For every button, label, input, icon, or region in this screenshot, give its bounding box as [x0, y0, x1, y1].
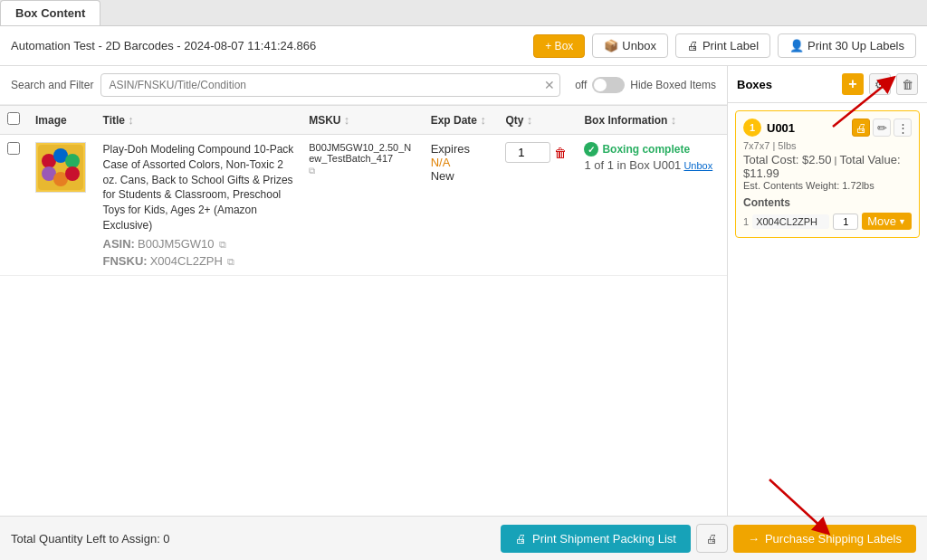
total-qty-label: Total Quantity Left to Assign: 0 — [11, 532, 501, 546]
svg-point-7 — [65, 166, 80, 181]
svg-point-4 — [65, 154, 80, 168]
search-input[interactable] — [100, 73, 560, 97]
box-number: 1 — [743, 119, 761, 137]
expdate-col-header: Exp Date ↕ — [424, 106, 499, 135]
msku-col-header: MSKU ↕ — [301, 106, 424, 135]
box-name: U001 — [767, 121, 846, 135]
asin-value: B00JM5GW10 — [138, 237, 215, 251]
qty-input[interactable] — [505, 142, 550, 163]
print-30up-button[interactable]: 👤 Print 30 Up Labels — [778, 33, 916, 58]
qty-delete-icon[interactable]: 🗑 — [554, 146, 567, 160]
select-all-checkbox[interactable] — [7, 112, 20, 125]
search-filter-label: Search and Filter — [11, 79, 93, 91]
print-packing-icon: 🖨 — [515, 532, 527, 546]
boxes-title: Boxes — [737, 78, 836, 91]
box-edit-button[interactable]: ✏ — [873, 119, 891, 137]
hide-boxed-label: Hide Boxed Items — [630, 79, 716, 91]
trash-icon: 🗑 — [902, 78, 913, 91]
content-index: 1 — [743, 216, 749, 227]
gear-icon: ⚙ — [874, 78, 885, 91]
box-weight: Est. Contents Weight: 1.72lbs — [743, 180, 912, 191]
asin-copy-icon[interactable]: ⧉ — [219, 239, 226, 250]
purchase-shipping-button[interactable]: → Purchase Shipping Labels — [733, 525, 916, 553]
print-packing-list-button[interactable]: 🖨 Print Shipment Packing List — [501, 525, 691, 553]
box-more-button[interactable]: ⋮ — [894, 119, 912, 137]
purchase-arrow-icon: → — [748, 532, 760, 546]
print-label-button[interactable]: 🖨 Print Label — [675, 33, 770, 58]
asin-label: ASIN: — [103, 237, 135, 251]
box-contents-title: Contents — [743, 196, 912, 209]
fnsku-copy-icon[interactable]: ⧉ — [227, 256, 234, 267]
box-cost: Total Cost: $2.50 | Total Value: $11.99 — [743, 153, 912, 180]
fnsku-label: FNSKU: — [103, 254, 148, 268]
unbox-link[interactable]: Unbox — [683, 160, 712, 171]
add-box-button[interactable]: + — [842, 73, 864, 95]
hide-boxed-toggle[interactable] — [592, 77, 625, 93]
printer-standalone-button[interactable]: 🖨 — [696, 524, 728, 553]
title-col-header: Title ↕ — [96, 106, 302, 135]
fnsku-value: X004CL2ZPH — [150, 254, 223, 268]
box-print-icon: 🖨 — [855, 121, 867, 135]
box-content-row: 1 X004CL2ZPH Move ▼ — [743, 213, 912, 230]
qty-col-header: Qty ↕ — [498, 106, 577, 135]
box-detail: 1 of 1 in Box U001 Unbox — [584, 158, 720, 172]
content-asin: X004CL2ZPH — [752, 214, 829, 229]
search-clear-icon[interactable]: ✕ — [544, 78, 555, 92]
boxes-trash-button[interactable]: 🗑 — [896, 73, 918, 95]
box-more-icon: ⋮ — [897, 121, 909, 135]
row-checkbox[interactable] — [7, 142, 20, 155]
content-qty-input[interactable] — [833, 214, 858, 230]
product-image — [35, 142, 86, 193]
box-dims: 7x7x7 | 5lbs — [743, 140, 912, 151]
box-print-button[interactable]: 🖨 — [852, 119, 870, 137]
condition-value: New — [431, 169, 492, 183]
page-title: Automation Test - 2D Barcodes - 2024-08-… — [11, 39, 526, 52]
printer-icon: 🖨 — [706, 532, 718, 546]
msku-value: B00JM5GW10_2.50_New_TestBatch_417 — [309, 142, 416, 164]
unbox-button[interactable]: 📦 Unbox — [592, 33, 668, 58]
unbox-icon: 📦 — [604, 39, 618, 52]
boxes-gear-button[interactable]: ⚙ — [869, 73, 891, 95]
msku-copy-icon[interactable]: ⧉ — [309, 166, 315, 176]
table-row: Play-Doh Modeling Compound 10-Pack Case … — [0, 135, 727, 276]
box-card: 1 U001 🖨 ✏ ⋮ 7x7x7 | 5lbs Total Cost: $2… — [735, 110, 920, 238]
box-edit-icon: ✏ — [877, 121, 887, 135]
move-button[interactable]: Move ▼ — [862, 213, 912, 230]
print-30up-icon: 👤 — [789, 39, 804, 52]
image-col-header: Image — [28, 106, 96, 135]
move-caret-icon: ▼ — [898, 217, 906, 226]
toggle-state-label: off — [575, 79, 587, 91]
box-content-tab[interactable]: Box Content — [0, 0, 100, 25]
exp-label: Expires — [431, 142, 492, 156]
boxinfo-col-header: Box Information ↕ — [577, 106, 727, 135]
product-title: Play-Doh Modeling Compound 10-Pack Case … — [103, 142, 295, 233]
exp-date: N/A — [431, 156, 492, 169]
print-label-icon: 🖨 — [687, 39, 699, 52]
boxing-status: Boxing complete — [584, 142, 720, 157]
box-button[interactable]: + Box — [533, 34, 585, 58]
